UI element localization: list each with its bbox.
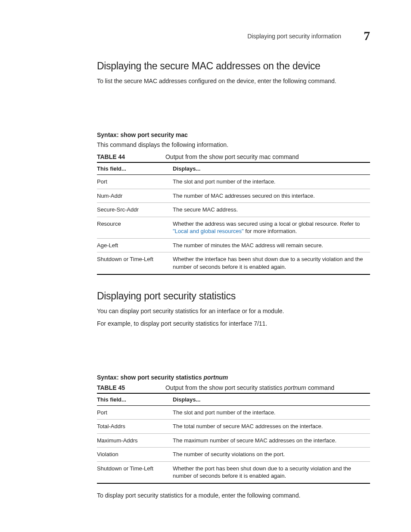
table-row: Total-Addrs The total number of secure M…	[97, 420, 370, 434]
cell-text-post: for more information.	[244, 228, 297, 234]
section2-outro: To display port security statistics for …	[97, 492, 370, 500]
section1-syntax: Syntax: show port security mac	[97, 131, 370, 138]
table-row: Shutdown or Time-Left Whether the interf…	[97, 252, 370, 274]
table-row: Shutdown or Time-Left Whether the port h…	[97, 461, 370, 483]
local-global-resources-link[interactable]: "Local and global resources"	[173, 228, 244, 234]
table45: This field... Displays... Port The slot …	[97, 393, 370, 484]
header-section-title: Displaying port security information	[247, 33, 341, 40]
caption-arg: portnum	[284, 384, 306, 391]
cell-field: Age-Left	[97, 238, 173, 252]
cell-field: Num-Addr	[97, 189, 173, 203]
caption-pre: Output from the show port security stati…	[165, 384, 284, 391]
table-row: Num-Addr The number of MAC addresses sec…	[97, 189, 370, 203]
page-content: Displaying the secure MAC addresses on t…	[97, 60, 370, 500]
table44-th-field: This field...	[97, 162, 173, 175]
section2: Displaying port security statistics You …	[97, 290, 370, 500]
section1-heading: Displaying the secure MAC addresses on t…	[97, 60, 370, 72]
table-row: Port The slot and port number of the int…	[97, 405, 370, 420]
table45-caption-text: Output from the show port security stati…	[165, 384, 334, 391]
cell-field: Shutdown or Time-Left	[97, 461, 173, 483]
section2-syntax: Syntax: show port security statistics po…	[97, 374, 370, 381]
table-row: Resource Whether the address was secured…	[97, 217, 370, 238]
cell-displays: The number of minutes the MAC address wi…	[173, 238, 370, 252]
section2-intro1: You can display port security statistics…	[97, 307, 370, 316]
table44: This field... Displays... Port The slot …	[97, 162, 370, 274]
cell-displays: The number of security violations on the…	[173, 448, 370, 462]
cell-displays: Whether the interface has been shut down…	[173, 252, 370, 274]
table-row: Secure-Src-Addr The secure MAC address.	[97, 203, 370, 217]
cell-text-pre: Whether the address was secured using a …	[173, 221, 360, 227]
table-row: Maximum-Addrs The maximum number of secu…	[97, 433, 370, 448]
syntax-label: Syntax:	[97, 131, 119, 138]
cell-field: Shutdown or Time-Left	[97, 252, 173, 274]
table-row: Violation The number of security violati…	[97, 448, 370, 462]
header-chapter-number: 7	[364, 28, 370, 43]
cell-field: Maximum-Addrs	[97, 433, 173, 448]
syntax-arg: portnum	[203, 374, 228, 381]
spacer	[97, 90, 370, 129]
syntax-command: show port security statistics	[120, 374, 202, 381]
section2-heading: Displaying port security statistics	[97, 290, 370, 302]
table45-th-displays: Displays...	[173, 393, 370, 406]
table44-caption: TABLE 44 Output from the show port secur…	[97, 153, 370, 160]
cell-displays: The number of MAC addresses secured on t…	[173, 189, 370, 203]
table45-label: TABLE 45	[97, 384, 125, 391]
cell-displays: The secure MAC address.	[173, 203, 370, 217]
table44-label: TABLE 44	[97, 153, 125, 160]
cell-field: Secure-Src-Addr	[97, 203, 173, 217]
running-header: Displaying port security information 7	[97, 27, 370, 41]
cell-displays: Whether the port has been shut down due …	[173, 461, 370, 483]
cell-displays: The slot and port number of the interfac…	[173, 175, 370, 189]
cell-displays: The slot and port number of the interfac…	[173, 405, 370, 420]
page: Displaying port security information 7 D…	[0, 0, 411, 532]
section2-intro2: For example, to display port security st…	[97, 320, 370, 328]
syntax-label: Syntax:	[97, 374, 119, 381]
cell-field: Total-Addrs	[97, 420, 173, 434]
syntax-command: show port security mac	[120, 131, 187, 138]
cell-field: Port	[97, 405, 173, 420]
cell-displays: The total number of secure MAC addresses…	[173, 420, 370, 434]
section1-after-syntax: This command displays the following info…	[97, 141, 370, 149]
cell-field: Resource	[97, 217, 173, 238]
caption-post: command	[306, 384, 334, 391]
table45-caption: TABLE 45 Output from the show port secur…	[97, 384, 370, 391]
table45-th-field: This field...	[97, 393, 173, 406]
section1-intro: To list the secure MAC addresses configu…	[97, 77, 370, 86]
table44-th-displays: Displays...	[173, 162, 370, 175]
cell-displays: Whether the address was secured using a …	[173, 217, 370, 238]
cell-displays: The maximum number of secure MAC address…	[173, 433, 370, 448]
table-row: Port The slot and port number of the int…	[97, 175, 370, 189]
cell-field: Violation	[97, 448, 173, 462]
table44-caption-text: Output from the show port security mac c…	[165, 153, 299, 160]
cell-field: Port	[97, 175, 173, 189]
table-row: Age-Left The number of minutes the MAC a…	[97, 238, 370, 252]
spacer	[97, 333, 370, 371]
